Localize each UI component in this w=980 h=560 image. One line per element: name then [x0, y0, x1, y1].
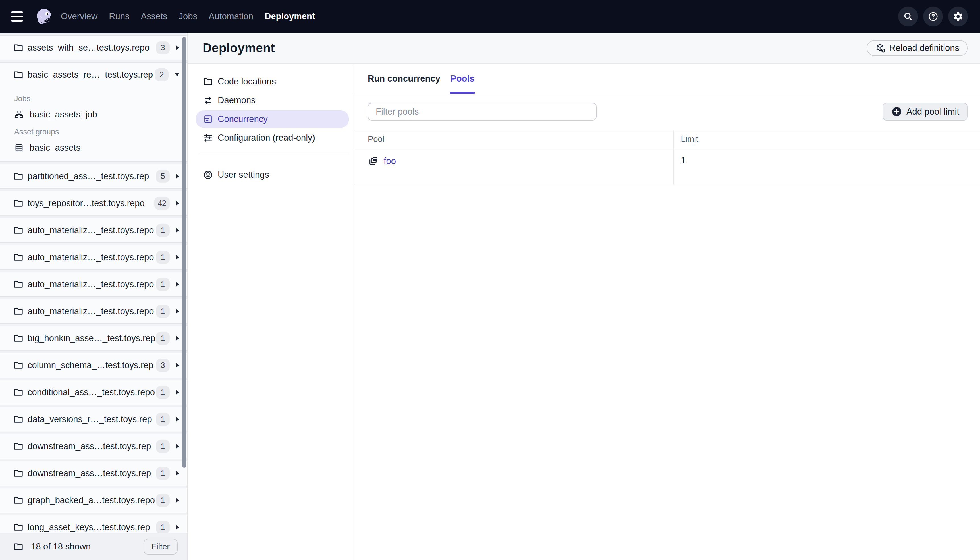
caret-right-icon[interactable]	[176, 444, 179, 448]
caret-right-icon[interactable]	[176, 417, 179, 422]
caret-right-icon[interactable]	[176, 174, 179, 178]
nav-runs[interactable]: Runs	[109, 10, 129, 23]
page-title: Deployment	[203, 41, 275, 55]
code-location-row[interactable]: partitioned_ass…_test.toys.rep 5	[0, 164, 187, 188]
search-button[interactable]	[898, 7, 918, 27]
filter-pools-input[interactable]	[368, 103, 597, 120]
dagster-logo[interactable]	[35, 7, 53, 26]
code-location-card-expanded: basic_assets_re…_test.toys.rep 2 Jobs ba…	[0, 62, 187, 162]
caret-right-icon[interactable]	[176, 45, 179, 50]
concurrency-content: Run concurrency Pools Add pool limit Poo…	[354, 64, 980, 560]
folder-icon	[203, 77, 213, 87]
code-location-card: big_honkin_asse…_test.toys.rep 1	[0, 326, 187, 351]
sidebar-job-item[interactable]: basic_assets_job	[14, 108, 179, 121]
asset-count-badge: 42	[154, 197, 170, 210]
code-location-row[interactable]: basic_assets_re…_test.toys.rep 2	[0, 63, 187, 87]
code-location-name: big_honkin_asse…_test.toys.rep	[28, 333, 156, 343]
caret-right-icon[interactable]	[176, 498, 179, 503]
code-location-row[interactable]: downstream_ass…test.toys.rep 1	[0, 461, 187, 485]
sidebar-asset-group-item[interactable]: basic_assets	[14, 142, 179, 154]
caret-right-icon[interactable]	[176, 282, 179, 287]
folder-icon	[13, 468, 23, 478]
nav-item-label: User settings	[218, 170, 269, 180]
caret-right-icon[interactable]	[176, 228, 179, 233]
caret-right-icon[interactable]	[176, 309, 179, 313]
code-location-row[interactable]: auto_materializ…_test.toys.repo 1	[0, 245, 187, 270]
nav-item-label: Concurrency	[218, 114, 268, 124]
code-location-row[interactable]: downstream_ass…test.toys.rep 1	[0, 434, 187, 458]
nav-overview[interactable]: Overview	[61, 10, 98, 23]
pool-table-row: foo 1	[354, 148, 980, 185]
code-location-card: auto_materializ…_test.toys.repo 1	[0, 218, 187, 243]
deployment-nav-concurrency[interactable]: Concurrency	[196, 110, 349, 128]
folder-icon	[13, 43, 23, 53]
caret-right-icon[interactable]	[176, 255, 179, 260]
pool-link-foo[interactable]: foo	[384, 156, 396, 166]
nav-assets[interactable]: Assets	[141, 10, 167, 23]
tab-pools[interactable]: Pools	[451, 64, 474, 93]
code-location-list: assets_with_se…test.toys.repo 3 basic_as…	[0, 33, 187, 533]
folder-icon	[13, 360, 23, 370]
add-pool-limit-label: Add pool limit	[907, 107, 959, 117]
code-location-row[interactable]: auto_materializ…_test.toys.repo 1	[0, 272, 187, 297]
caret-right-icon[interactable]	[176, 525, 179, 530]
code-location-row[interactable]: graph_backed_a…test.toys.repo 1	[0, 488, 187, 513]
folder-icon	[13, 414, 23, 424]
nav-item-label: Daemons	[218, 95, 256, 105]
add-pool-limit-button[interactable]: Add pool limit	[882, 103, 968, 120]
deployment-nav-configuration[interactable]: Configuration (read-only)	[196, 129, 349, 147]
sidebar-scrollbar[interactable]	[182, 37, 186, 468]
deployment-nav: Code locations Daemons Concurrency Confi…	[188, 64, 354, 560]
code-location-name: long_asset_keys…test.toys.rep	[28, 522, 156, 532]
tab-run-concurrency[interactable]: Run concurrency	[368, 64, 440, 93]
caret-right-icon[interactable]	[176, 336, 179, 340]
sidebar-filter-button[interactable]: Filter	[143, 539, 178, 555]
asset-count-badge: 2	[155, 68, 168, 81]
nav-jobs[interactable]: Jobs	[179, 10, 197, 23]
code-location-name: graph_backed_a…test.toys.repo	[28, 495, 156, 505]
concurrency-tabs: Run concurrency Pools	[354, 64, 980, 94]
caret-right-icon[interactable]	[176, 471, 179, 475]
code-location-row[interactable]: conditional_ass…_test.toys.repo 1	[0, 380, 187, 405]
code-location-row[interactable]: long_asset_keys…test.toys.rep 1	[0, 515, 187, 533]
code-location-row[interactable]: big_honkin_asse…_test.toys.rep 1	[0, 326, 187, 350]
caret-right-icon[interactable]	[176, 363, 179, 368]
deployment-nav-code-locations[interactable]: Code locations	[196, 73, 349, 90]
code-location-card: downstream_ass…test.toys.rep 1	[0, 434, 187, 459]
settings-button[interactable]	[948, 7, 968, 27]
code-location-card: downstream_ass…test.toys.rep 1	[0, 461, 187, 486]
deployment-nav-user-settings[interactable]: User settings	[196, 166, 349, 183]
code-location-row[interactable]: assets_with_se…test.toys.repo 3	[0, 35, 187, 60]
code-location-row[interactable]: auto_materializ…_test.toys.repo 1	[0, 218, 187, 242]
caret-down-icon[interactable]	[175, 73, 179, 77]
caret-right-icon[interactable]	[176, 201, 179, 205]
gear-icon	[953, 11, 963, 22]
nav-deployment[interactable]: Deployment	[265, 10, 315, 23]
dagster-app: Overview Runs Assets Jobs Automation Dep…	[0, 0, 980, 560]
nav-automation[interactable]: Automation	[209, 10, 253, 23]
folder-icon	[13, 542, 23, 552]
reload-definitions-button[interactable]: Reload definitions	[867, 40, 968, 56]
code-location-row[interactable]: column_schema_…test.toys.rep 3	[0, 353, 187, 378]
pool-limit-value: 1	[681, 155, 686, 165]
asset-count-badge: 1	[156, 305, 170, 318]
nav-item-label: Configuration (read-only)	[218, 133, 315, 143]
topnav-actions	[898, 7, 968, 27]
folder-icon	[13, 333, 23, 343]
code-location-name: auto_materializ…_test.toys.repo	[28, 225, 156, 235]
code-location-row[interactable]: auto_materializ…_test.toys.repo 1	[0, 299, 187, 323]
code-location-row[interactable]: data_versions_r…_test.toys.rep 1	[0, 407, 187, 432]
asset-count-badge: 1	[156, 251, 170, 264]
code-location-row[interactable]: toys_repositor…test.toys.repo 42	[0, 191, 187, 215]
hamburger-menu-button[interactable]	[12, 9, 26, 24]
deployment-nav-daemons[interactable]: Daemons	[196, 92, 349, 109]
help-button[interactable]	[923, 7, 943, 27]
reload-cube-icon	[875, 43, 885, 53]
asset-count-badge: 1	[156, 224, 170, 237]
asset-groups-section-label: Asset groups	[14, 128, 179, 137]
reload-definitions-label: Reload definitions	[889, 43, 959, 53]
code-location-card: column_schema_…test.toys.rep 3	[0, 353, 187, 378]
folder-icon	[13, 306, 23, 317]
caret-right-icon[interactable]	[176, 390, 179, 395]
sidebar-footer: 18 of 18 shown Filter	[0, 533, 187, 560]
